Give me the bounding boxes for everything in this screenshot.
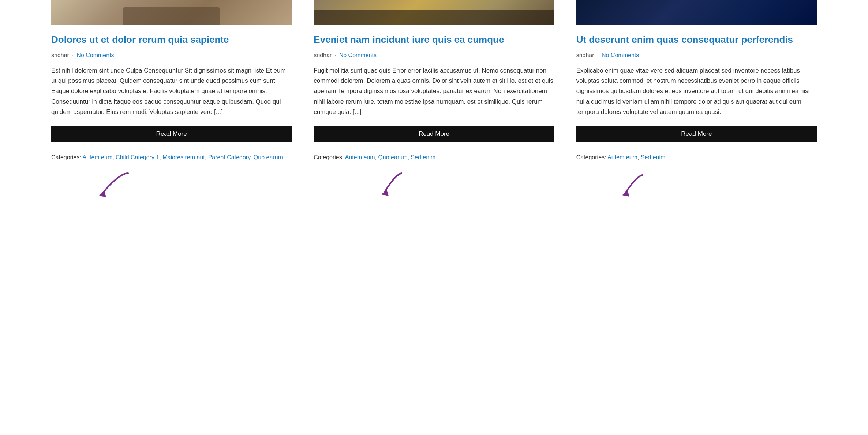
categories-label-1: Categories: <box>51 154 81 160</box>
card-1-categories: Categories: Autem eum, Child Category 1,… <box>51 152 292 162</box>
card-2-cat-quo-earum[interactable]: Quo earum <box>378 154 407 160</box>
card-3-author: sridhar <box>576 51 594 60</box>
card-1-excerpt: Est nihil dolorem sint unde Culpa Conseq… <box>51 66 292 117</box>
card-2-image <box>314 0 554 25</box>
card-1-cat-quo-earum[interactable]: Quo earum <box>254 154 283 160</box>
card-3-cat-sed-enim[interactable]: Sed enim <box>641 154 666 160</box>
card-2-meta: sridhar · No Comments <box>314 51 554 60</box>
card-2-cat-autem-eum[interactable]: Autem eum <box>345 154 375 160</box>
card-2-categories: Categories: Autem eum, Quo earum, Sed en… <box>314 152 554 162</box>
card-3-comments-link[interactable]: No Comments <box>602 51 639 60</box>
card-3-cat-autem-eum[interactable]: Autem eum <box>607 154 637 160</box>
card-1-read-more-button[interactable]: Read More <box>51 126 292 142</box>
card-1-title[interactable]: Dolores ut et dolor rerum quia sapiente <box>51 34 292 46</box>
blog-card-1: Dolores ut et dolor rerum quia sapiente … <box>51 0 292 199</box>
card-3-arrow-annotation <box>576 170 817 199</box>
card-2-arrow-annotation <box>314 170 554 199</box>
categories-label-2: Categories: <box>314 154 344 160</box>
card-1-dot: · <box>72 51 74 60</box>
card-2-excerpt: Fugit mollitia sunt quas quis Error erro… <box>314 66 554 117</box>
card-1-image <box>51 0 292 25</box>
card-3-read-more-button[interactable]: Read More <box>576 126 817 142</box>
card-2-author: sridhar <box>314 51 332 60</box>
card-1-cat-autem-eum[interactable]: Autem eum <box>82 154 112 160</box>
card-1-cat-parent-category[interactable]: Parent Category <box>208 154 250 160</box>
card-3-meta: sridhar · No Comments <box>576 51 817 60</box>
card-3-dot: · <box>597 51 599 60</box>
blog-card-2: Eveniet nam incidunt iure quis ea cumque… <box>314 0 554 199</box>
svg-marker-0 <box>99 191 106 197</box>
blog-cards-grid: Dolores ut et dolor rerum quia sapiente … <box>29 0 839 221</box>
card-1-meta: sridhar · No Comments <box>51 51 292 60</box>
card-1-author: sridhar <box>51 51 69 60</box>
card-3-categories: Categories: Autem eum, Sed enim <box>576 152 817 162</box>
card-3-title[interactable]: Ut deserunt enim quas consequatur perfer… <box>576 34 817 46</box>
card-2-read-more-button[interactable]: Read More <box>314 126 554 142</box>
card-2-title[interactable]: Eveniet nam incidunt iure quis ea cumque <box>314 34 554 46</box>
card-3-excerpt: Explicabo enim quae vitae vero sed aliqu… <box>576 66 817 117</box>
card-1-arrow-annotation <box>51 170 292 199</box>
card-2-dot: · <box>334 51 336 60</box>
card-1-cat-maiores-rem-aut[interactable]: Maiores rem aut <box>162 154 205 160</box>
card-2-comments-link[interactable]: No Comments <box>339 51 377 60</box>
blog-card-3: Ut deserunt enim quas consequatur perfer… <box>576 0 817 199</box>
categories-label-3: Categories: <box>576 154 606 160</box>
card-1-comments-link[interactable]: No Comments <box>76 51 114 60</box>
card-2-cat-sed-enim[interactable]: Sed enim <box>411 154 435 160</box>
card-3-image <box>576 0 817 25</box>
card-1-cat-child-category-1[interactable]: Child Category 1 <box>116 154 159 160</box>
